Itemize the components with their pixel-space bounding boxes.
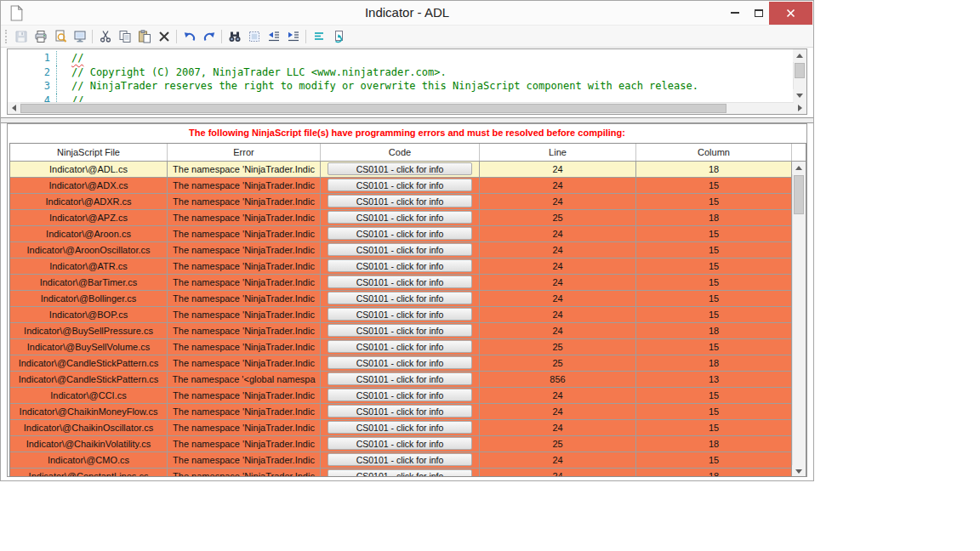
- error-grid: NinjaScript FileErrorCodeLineColumn Indi…: [9, 143, 806, 477]
- error-row[interactable]: Indicator\@ChaikinVolatility.csThe names…: [10, 436, 792, 452]
- error-code-button[interactable]: CS0101 - click for info: [328, 356, 472, 369]
- line-number: 4: [8, 94, 57, 103]
- error-row[interactable]: Indicator\@CandleStickPattern.csThe name…: [10, 355, 792, 372]
- error-cell: The namespace 'NinjaTrader.Indic: [168, 226, 321, 242]
- redo-button[interactable]: [199, 27, 219, 46]
- code-cell: CS0101 - click for info: [321, 194, 480, 210]
- error-row[interactable]: Indicator\@ChaikinOscillator.csThe names…: [10, 420, 792, 436]
- error-code-button[interactable]: CS0101 - click for info: [328, 453, 472, 466]
- minimize-button[interactable]: [725, 1, 745, 25]
- grid-scroll-down-button[interactable]: [792, 465, 806, 477]
- error-code-button[interactable]: CS0101 - click for info: [328, 227, 472, 240]
- editor-scroll-up-button[interactable]: [793, 49, 806, 62]
- scroll-up-icon: [795, 166, 802, 170]
- column-header-column[interactable]: Column: [636, 144, 792, 161]
- error-row[interactable]: Indicator\@ADL.csThe namespace 'NinjaTra…: [10, 162, 792, 178]
- copy-icon: [118, 30, 132, 43]
- lines-button[interactable]: [309, 27, 328, 46]
- error-code-button[interactable]: CS0101 - click for info: [328, 259, 472, 272]
- undo-button[interactable]: [179, 27, 199, 46]
- error-row[interactable]: Indicator\@Bollinger.csThe namespace 'Ni…: [10, 291, 792, 307]
- page-refresh-button[interactable]: [328, 27, 348, 46]
- column-cell: 18: [636, 436, 792, 452]
- error-code-button[interactable]: CS0101 - click for info: [328, 421, 472, 434]
- error-row[interactable]: Indicator\@ChaikinMoneyFlow.csThe namesp…: [10, 404, 792, 420]
- line-cell: 25: [480, 210, 636, 226]
- error-code-button[interactable]: CS0101 - click for info: [328, 276, 472, 288]
- error-code-button[interactable]: CS0101 - click for info: [328, 405, 472, 418]
- editor-scroll-left-button[interactable]: [8, 102, 20, 114]
- toolbar-buttons: [11, 27, 348, 46]
- editor-horizontal-scroll-thumb[interactable]: [20, 104, 726, 113]
- error-code-button[interactable]: CS0101 - click for info: [328, 324, 472, 337]
- code-line: 2// Copyright (C) 2007, NinjaTrader LLC …: [8, 65, 793, 80]
- error-code-button[interactable]: CS0101 - click for info: [328, 162, 472, 175]
- error-row[interactable]: Indicator\@CCI.csThe namespace 'NinjaTra…: [10, 388, 792, 404]
- line-cell: 24: [480, 242, 636, 258]
- error-row[interactable]: Indicator\@BuySellVolume.csThe namespace…: [10, 339, 792, 355]
- error-row[interactable]: Indicator\@ADXR.csThe namespace 'NinjaTr…: [10, 194, 792, 210]
- error-cell: The namespace 'NinjaTrader.Indic: [168, 307, 321, 323]
- error-code-button[interactable]: CS0101 - click for info: [328, 308, 472, 321]
- delete-button[interactable]: [154, 27, 174, 46]
- file-cell: Indicator\@CandleStickPattern.cs: [10, 372, 168, 388]
- find-button[interactable]: [225, 27, 244, 46]
- panel-splitter[interactable]: [1, 117, 813, 123]
- error-row[interactable]: Indicator\@ADX.csThe namespace 'NinjaTra…: [10, 178, 792, 194]
- editor-scroll-down-button[interactable]: [793, 89, 806, 102]
- editor-code-area[interactable]: 1//2// Copyright (C) 2007, NinjaTrader L…: [8, 49, 793, 102]
- error-row[interactable]: Indicator\@BuySellPressure.csThe namespa…: [10, 323, 792, 339]
- error-code-button[interactable]: CS0101 - click for info: [328, 340, 472, 353]
- line-cell: 24: [480, 275, 636, 291]
- maximize-button[interactable]: [749, 1, 769, 25]
- error-code-button[interactable]: CS0101 - click for info: [328, 437, 472, 450]
- paste-button[interactable]: [134, 27, 154, 46]
- editor-vertical-scroll-thumb[interactable]: [795, 63, 805, 78]
- grid-scroll-up-button[interactable]: [792, 162, 806, 174]
- copy-button[interactable]: [115, 27, 134, 46]
- undo-icon: [183, 30, 197, 43]
- output-window-button[interactable]: [70, 27, 89, 46]
- column-header-code[interactable]: Code: [321, 144, 480, 161]
- error-row[interactable]: Indicator\@AroonOscillator.csThe namespa…: [10, 242, 792, 258]
- error-row[interactable]: Indicator\@ATR.csThe namespace 'NinjaTra…: [10, 258, 792, 275]
- scroll-down-icon: [795, 469, 802, 474]
- indent-button[interactable]: [283, 27, 303, 46]
- outdent-button[interactable]: [264, 27, 283, 46]
- grid-vertical-scroll-thumb[interactable]: [794, 175, 804, 214]
- error-code-button[interactable]: CS0101 - click for info: [328, 469, 472, 476]
- column-header-ninjascript-file[interactable]: NinjaScript File: [10, 144, 168, 161]
- error-code-button[interactable]: CS0101 - click for info: [328, 179, 472, 191]
- error-row[interactable]: Indicator\@BarTimer.csThe namespace 'Nin…: [10, 275, 792, 291]
- error-code-button[interactable]: CS0101 - click for info: [328, 389, 472, 401]
- editor-scroll-right-button[interactable]: [794, 102, 806, 114]
- error-code-button[interactable]: CS0101 - click for info: [328, 243, 472, 256]
- select-all-button[interactable]: [244, 27, 264, 46]
- close-button[interactable]: [769, 2, 812, 25]
- error-row[interactable]: Indicator\@ConstantLines.csThe namespace…: [10, 469, 792, 476]
- error-code-button[interactable]: CS0101 - click for info: [328, 195, 472, 207]
- error-row[interactable]: Indicator\@CandleStickPattern.csThe name…: [10, 372, 792, 388]
- code-cell: CS0101 - click for info: [321, 323, 480, 339]
- error-row[interactable]: Indicator\@Aroon.csThe namespace 'NinjaT…: [10, 226, 792, 242]
- print-button[interactable]: [31, 27, 50, 46]
- column-header-error[interactable]: Error: [168, 144, 321, 161]
- print-preview-button[interactable]: [50, 27, 70, 46]
- cut-button[interactable]: [95, 27, 115, 46]
- title-bar[interactable]: Indicator - ADL: [1, 1, 813, 25]
- error-code-button[interactable]: CS0101 - click for info: [328, 372, 472, 385]
- line-cell: 24: [480, 162, 636, 178]
- save-button[interactable]: [11, 27, 31, 46]
- column-header-line[interactable]: Line: [480, 144, 636, 161]
- error-row[interactable]: Indicator\@CMO.csThe namespace 'NinjaTra…: [10, 452, 792, 469]
- error-cell: The namespace 'NinjaTrader.Indic: [168, 258, 321, 275]
- error-code-button[interactable]: CS0101 - click for info: [328, 292, 472, 304]
- file-cell: Indicator\@CMO.cs: [10, 452, 168, 469]
- error-row[interactable]: Indicator\@APZ.csThe namespace 'NinjaTra…: [10, 210, 792, 226]
- error-row[interactable]: Indicator\@BOP.csThe namespace 'NinjaTra…: [10, 307, 792, 323]
- line-cell: 24: [480, 404, 636, 420]
- lines-icon: [312, 30, 326, 43]
- toolbar-grip[interactable]: [5, 30, 8, 43]
- file-cell: Indicator\@ChaikinOscillator.cs: [10, 420, 168, 436]
- error-code-button[interactable]: CS0101 - click for info: [328, 211, 472, 224]
